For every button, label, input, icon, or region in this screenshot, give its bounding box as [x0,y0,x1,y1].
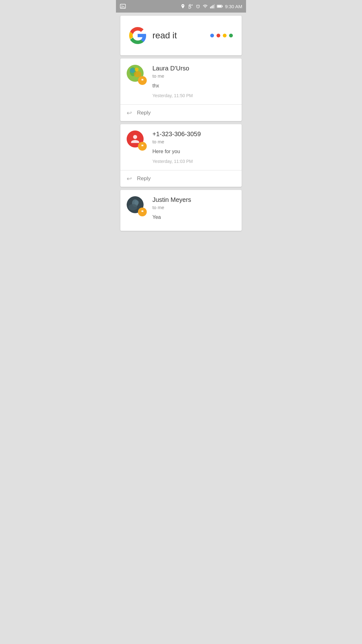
dot-green [229,34,233,37]
google-left: read it [129,27,177,44]
to-unknown: to me [152,139,235,144]
message-card-laura: ❝ Laura D'Urso to me thx Yesterday, 11:5… [120,58,242,121]
chat-badge-justin: ❝ [138,208,147,216]
google-title: read it [152,31,177,41]
to-laura: to me [152,73,235,79]
reply-bar-unknown[interactable]: ↩ Reply [120,170,242,187]
status-right: 9:30 AM [180,4,242,9]
status-left [120,3,126,9]
message-body-unknown: ❝ +1-323-306-3059 to me Here for you Yes… [120,124,242,170]
battery-icon [217,4,223,8]
message-body-justin: ❝ Justin Meyers to me Yea [120,190,242,231]
to-justin: to me [152,205,235,210]
svg-rect-11 [217,5,222,7]
location-icon [180,4,185,9]
text-laura: thx [152,83,235,89]
alarm-icon [195,4,200,9]
image-icon [120,3,126,9]
svg-point-20 [134,200,139,205]
dot-yellow [223,34,227,37]
signal-icon [210,4,215,9]
person-icon [130,134,140,144]
text-unknown: Here for you [152,149,235,154]
chat-badge-laura: ❝ [138,76,147,85]
svg-rect-7 [213,5,214,8]
reply-label-laura: Reply [137,110,151,116]
svg-point-16 [135,68,139,71]
message-content-laura: Laura D'Urso to me thx Yesterday, 11:50 … [152,65,235,98]
quote-icon-unknown: ❝ [141,144,144,149]
avatar-wrap-justin: ❝ [127,196,147,216]
svg-rect-6 [211,6,212,8]
text-justin: Yea [152,214,235,220]
time-laura: Yesterday, 11:50 PM [152,93,235,98]
chat-badge-unknown: ❝ [138,142,147,151]
bluetooth-mute-icon [187,4,194,9]
google-logo [129,27,146,44]
sender-unknown: +1-323-306-3059 [152,130,235,138]
message-body-laura: ❝ Laura D'Urso to me thx Yesterday, 11:5… [120,58,242,104]
message-card-justin: ❝ Justin Meyers to me Yea [120,190,242,231]
quote-icon-laura: ❝ [141,78,144,83]
reply-icon-unknown: ↩ [127,175,132,182]
wifi-icon [202,4,208,9]
time-unknown: Yesterday, 11:03 PM [152,159,235,164]
status-bar: 9:30 AM [116,0,246,13]
avatar-wrap-laura: ❝ [127,65,147,85]
dot-blue [210,34,214,37]
reply-icon-laura: ↩ [127,109,132,117]
svg-point-1 [122,5,123,6]
reply-bar-laura[interactable]: ↩ Reply [120,104,242,121]
reply-label-unknown: Reply [137,175,151,182]
avatar-wrap-unknown: ❝ [127,130,147,151]
time-display: 9:30 AM [225,4,242,9]
sender-laura: Laura D'Urso [152,65,235,72]
message-card-unknown: ❝ +1-323-306-3059 to me Here for you Yes… [120,124,242,187]
svg-rect-5 [210,7,211,8]
dot-red [217,34,220,37]
svg-rect-8 [214,4,215,8]
svg-rect-10 [222,6,222,7]
google-card: read it [120,16,242,55]
svg-point-15 [130,68,135,73]
google-dots [210,34,233,37]
sender-justin: Justin Meyers [152,196,235,203]
svg-point-19 [129,204,137,210]
quote-icon-justin: ❝ [141,209,144,214]
message-content-justin: Justin Meyers to me Yea [152,196,235,225]
message-content-unknown: +1-323-306-3059 to me Here for you Yeste… [152,130,235,164]
